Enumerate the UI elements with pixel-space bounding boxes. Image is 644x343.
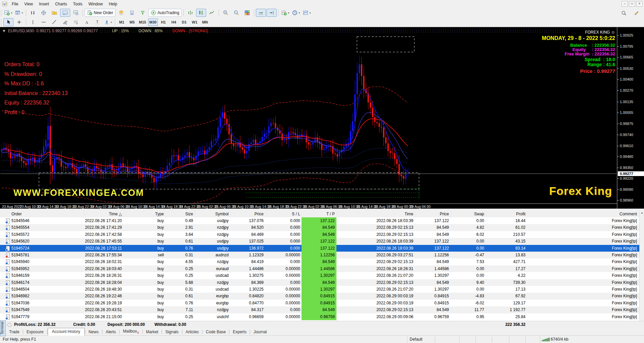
shapes-button[interactable]: ▾ (103, 18, 113, 26)
menu-item-file[interactable]: File (9, 0, 21, 8)
indicators-button[interactable]: ▾ (280, 9, 290, 17)
text-button[interactable]: A (82, 18, 92, 26)
column-header-comment[interactable]: Comment (537, 212, 637, 216)
zoom-out-button[interactable] (231, 9, 241, 17)
table-header[interactable]: OrderTime △TypeSizeSymbolPriceS / LT / P… (0, 211, 644, 218)
trendline-button[interactable] (49, 18, 59, 26)
timeframe-m5[interactable]: M5 (127, 18, 137, 26)
navigator-button[interactable] (49, 9, 59, 17)
profiles-button[interactable]: ▾ (14, 9, 24, 17)
menu-item-insert[interactable]: Insert (36, 0, 52, 8)
candle-chart-button[interactable] (196, 9, 206, 17)
tab-account-history[interactable]: Account History (48, 328, 85, 336)
channel-button[interactable]: E (60, 18, 70, 26)
new-order-button[interactable]: New Order (85, 9, 116, 17)
column-header-time[interactable]: Time △ (60, 212, 122, 216)
chart-window[interactable]: ▼EURUSD,M30: 0.99271 0.99277 0.99269 0.9… (0, 27, 644, 209)
column-header-order[interactable]: Order (11, 212, 55, 216)
column-header-symbol[interactable]: Symbol (196, 212, 229, 216)
table-row[interactable]: 84.549519459402022.08.26 18:02:31buy4.55… (0, 258, 644, 265)
tab-exposure[interactable]: Exposure (24, 329, 47, 335)
periods-button[interactable]: ▾ (291, 9, 301, 17)
table-row[interactable]: 1.12256519457812022.08.26 17:55:34sell0.… (0, 252, 644, 258)
search-button[interactable] (619, 9, 629, 17)
data-window-button[interactable] (39, 9, 49, 17)
table-scrollbar[interactable]: ▲ (639, 211, 644, 327)
new-chart-button[interactable]: ▾ (3, 9, 13, 17)
column-header-tp[interactable]: T / P (302, 212, 335, 216)
table-row[interactable]: 1.30297519465042022.08.26 18:48:30buy0.3… (0, 286, 644, 293)
candlestick-chart[interactable] (0, 27, 644, 209)
vline-button[interactable] (28, 18, 38, 26)
tab-journal[interactable]: Journal (250, 329, 270, 335)
column-header-size[interactable]: Size (167, 212, 193, 216)
table-row[interactable]: 84.549519455542022.08.26 17:41:29buy2.91… (0, 224, 644, 231)
column-header-swap[interactable]: Swap (452, 212, 484, 216)
column-header-price2[interactable]: Price (417, 212, 449, 216)
timeframe-h4[interactable]: H4 (169, 18, 179, 26)
table-row[interactable]: 0.84915519469822022.08.26 19:22:46buy0.6… (0, 293, 644, 299)
timeframe-mn[interactable]: MN (200, 18, 210, 26)
scroll-up-icon[interactable]: ▲ (640, 211, 644, 214)
chart-shift-button[interactable] (267, 9, 277, 17)
cursor-button[interactable] (3, 18, 13, 26)
tile-windows-button[interactable] (242, 9, 252, 17)
timeframe-w1[interactable]: W1 (190, 18, 199, 26)
publish-button[interactable] (127, 9, 137, 17)
crosshair-tool-button[interactable] (14, 18, 24, 26)
fibonacci-button[interactable]: F (71, 18, 81, 26)
timeframe-d1[interactable]: D1 (179, 18, 189, 26)
market-watch-button[interactable] (28, 9, 38, 17)
timeframe-m30[interactable]: M30 (148, 18, 158, 26)
table-row[interactable]: 137.122519457242022.08.26 17:53:11buy0.7… (0, 245, 644, 252)
column-header-time2[interactable]: Time (351, 212, 413, 216)
table-row[interactable]: 1.30297519461592022.08.26 18:26:31buy0.2… (0, 272, 644, 279)
table-row[interactable]: 137.122519455462022.08.26 17:41:20buy0.4… (0, 217, 644, 224)
tab-experts[interactable]: Experts (230, 329, 249, 335)
table-row[interactable]: 84.549519475492022.08.26 20:43:51buy7.11… (0, 306, 644, 313)
timeframe-h1[interactable]: H1 (158, 18, 168, 26)
hline-button[interactable] (39, 18, 49, 26)
restore-button[interactable]: ▭ (629, 1, 635, 7)
status-profile[interactable]: Default (410, 337, 422, 342)
tab-alerts[interactable]: Alerts (103, 329, 119, 335)
column-header-sl[interactable]: S / L (267, 212, 300, 216)
tab-news[interactable]: News (86, 329, 102, 335)
minimize-button[interactable]: – (622, 1, 628, 7)
zoom-in-button[interactable] (221, 9, 231, 17)
table-row[interactable]: 0.84915519470362022.08.26 19:28:19buy0.7… (0, 300, 644, 306)
column-header-type[interactable]: Type (132, 212, 164, 216)
column-header-price[interactable]: Price (232, 212, 264, 216)
column-header-profit[interactable]: Profit (488, 212, 525, 216)
tab-code-base[interactable]: Code Base (203, 329, 229, 335)
menu-item-tools[interactable]: Tools (70, 0, 86, 8)
table-row[interactable]: 0.96759519477792022.08.26 21:15:00buy0.2… (0, 313, 644, 320)
table-row[interactable]: 84.549519455722022.08.26 17:42:58buy3.64… (0, 231, 644, 238)
signals-button[interactable] (138, 9, 148, 17)
timeframe-m15[interactable]: M15 (138, 18, 147, 26)
menu-item-window[interactable]: Window (86, 0, 106, 8)
tab-trade[interactable]: Trade (6, 329, 22, 335)
close-button[interactable]: × (636, 1, 643, 7)
metaeditor-button[interactable] (116, 9, 126, 17)
tab-articles[interactable]: Articles (183, 329, 202, 335)
quick-edit-button[interactable] (632, 9, 642, 17)
tab-market[interactable]: Market (143, 329, 162, 335)
table-row[interactable]: 84.549519461742022.08.26 18:28:04buy5.68… (0, 279, 644, 286)
autotrading-button[interactable]: AutoTrading (148, 9, 182, 17)
strategy-tester-button[interactable] (71, 9, 81, 17)
menu-item-charts[interactable]: Charts (52, 0, 70, 8)
menu-item-view[interactable]: View (21, 0, 36, 8)
templates-button[interactable]: ▾ (302, 9, 312, 17)
table-row[interactable]: 1.44586519459522022.08.26 18:03:40buy0.2… (0, 265, 644, 272)
tab-mailbox[interactable]: Mailbox8 (120, 328, 142, 335)
label-button[interactable]: T (92, 18, 102, 26)
timeframe-m1[interactable]: M1 (117, 18, 127, 26)
terminal-side-tab[interactable]: Terminal (0, 320, 6, 336)
auto-scroll-button[interactable] (256, 9, 266, 17)
bar-chart-button[interactable] (185, 9, 195, 17)
table-row[interactable]: 137.122519456202022.08.26 17:45:55buy0.6… (0, 238, 644, 245)
terminal-button[interactable] (60, 9, 70, 17)
menu-item-help[interactable]: Help (106, 0, 120, 8)
line-chart-button[interactable] (207, 9, 217, 17)
